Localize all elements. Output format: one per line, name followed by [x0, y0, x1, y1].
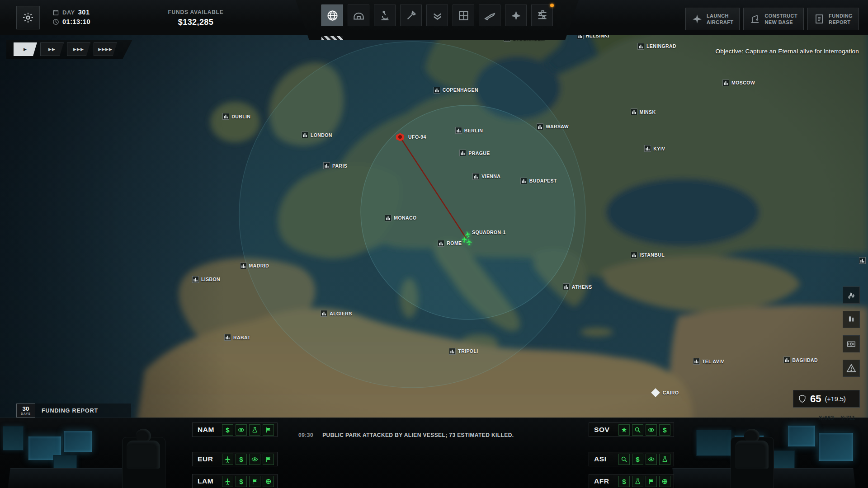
- region-code: ASI: [594, 455, 615, 463]
- city-warsaw: WARSAW: [537, 123, 569, 130]
- speed-2-button[interactable]: ▶▶: [40, 42, 64, 56]
- city-baghdad: BAGHDAD: [783, 357, 818, 363]
- city-label: MINSK: [640, 109, 656, 115]
- launch-aircraft-button[interactable]: LAUNCHAIRCRAFT: [685, 8, 740, 30]
- region-afr-panel[interactable]: AFR$: [589, 474, 674, 488]
- region-code: NAM: [198, 426, 218, 434]
- base-icon: [353, 9, 365, 22]
- objective-text: Objective: Capture an Eternal alive for …: [715, 48, 859, 55]
- region-asi-panel[interactable]: ASI$: [589, 452, 674, 466]
- selected-tab-hazard-stripe: [321, 36, 343, 40]
- city-vienna: VIENNA: [472, 173, 500, 180]
- news-ticker: 09:30 PUBLIC PARK ATTACKED BY ALIEN VESS…: [298, 432, 514, 438]
- finances-button[interactable]: [843, 335, 860, 352]
- cursor-coordinates: X:663 Y:711: [819, 415, 856, 421]
- region-status-icons: $: [222, 424, 274, 436]
- relations-delta: (+19.5): [825, 395, 845, 403]
- operator-silhouette: [727, 429, 777, 488]
- funds-block: FUNDS AVAILABLE $132,285: [144, 9, 248, 27]
- console-screen: [696, 430, 731, 456]
- region-code: EUR: [198, 455, 218, 463]
- funding-report-button[interactable]: FUNDINGREPORT: [807, 8, 859, 30]
- city-icon: [455, 127, 462, 134]
- console-screen: [818, 432, 854, 461]
- city-label: KYIV: [653, 146, 665, 151]
- city-label: BERLIN: [464, 128, 483, 133]
- city-icon: [472, 173, 479, 180]
- funding-report-strip[interactable]: 30 DAYS FUNDING REPORT: [16, 404, 131, 418]
- shield-icon: [798, 394, 807, 403]
- clock-value: 01:13:10: [62, 18, 90, 25]
- operator-silhouette: [118, 429, 168, 488]
- city-cairo: CAIRO: [651, 388, 679, 398]
- nav-personnel-tab[interactable]: [426, 5, 448, 26]
- region-sov-panel[interactable]: SOV$: [589, 422, 674, 437]
- ammo-icon: [846, 314, 856, 324]
- aircraft-icon: [222, 454, 233, 465]
- munitions-button[interactable]: [843, 311, 860, 328]
- city-icon: [631, 108, 637, 115]
- squadron-label: SQUADRON-1: [472, 230, 506, 235]
- speed-3-button[interactable]: ▶▶▶: [67, 42, 90, 56]
- aircraft-icon: [510, 9, 522, 22]
- nav-stores-tab[interactable]: [531, 5, 553, 26]
- research-icon: [379, 9, 391, 22]
- warning-icon: [846, 363, 856, 373]
- city-label: BUDAPEST: [529, 178, 557, 183]
- console-screen: [788, 425, 816, 447]
- search-icon: [618, 454, 630, 465]
- region-status-icons: $: [222, 454, 274, 465]
- city-label: CAIRO: [663, 390, 679, 395]
- intel-icon: [646, 424, 657, 436]
- nav-research-tab[interactable]: [374, 5, 396, 26]
- nav-aircraft-tab[interactable]: [505, 5, 527, 26]
- alien-materials-button[interactable]: [843, 286, 860, 304]
- city-london: LONDON: [302, 131, 332, 138]
- relations-icon: [263, 424, 274, 436]
- city-copenhagen: COPENHAGEN: [434, 87, 478, 94]
- top-bar: DAY 301 01:13:10 FUNDS AVAILABLE $132,28…: [0, 0, 868, 35]
- city-budapest: BUDAPEST: [520, 178, 557, 184]
- science-icon: [659, 454, 670, 465]
- city-label: ROME: [447, 240, 462, 246]
- nav-weapons-tab[interactable]: [479, 5, 500, 26]
- nav-geoscape-tab[interactable]: [321, 5, 343, 26]
- city-unnamed: [859, 257, 868, 264]
- city-dublin: DUBLIN: [222, 113, 250, 120]
- intel-icon: [236, 424, 247, 436]
- star-icon: [618, 424, 630, 436]
- ufo-contact-marker[interactable]: UFO-94: [396, 133, 426, 141]
- region-lam-panel[interactable]: LAM$: [192, 474, 278, 488]
- nav-equipment-tab[interactable]: [453, 5, 474, 26]
- region-eur-panel[interactable]: EUR$: [192, 452, 278, 466]
- city-prague: PRAGUE: [459, 150, 490, 156]
- nav-base-tab[interactable]: [348, 5, 369, 26]
- city-icon: [192, 276, 199, 283]
- science-icon: [249, 424, 260, 436]
- speed-1-button[interactable]: ▶: [14, 42, 37, 56]
- settings-button[interactable]: [16, 6, 40, 29]
- crane-icon: [750, 14, 760, 24]
- city-icon: [321, 310, 327, 317]
- construct-new-base-button[interactable]: CONSTRUCTNEW BASE: [743, 8, 804, 30]
- alerts-button[interactable]: [843, 360, 860, 377]
- city-icon: [438, 240, 444, 247]
- control-room-backdrop: [0, 418, 868, 488]
- city-icon: [722, 80, 729, 86]
- region-status-icons: $: [618, 476, 670, 487]
- date-time-block: DAY 301 01:13:10: [52, 9, 90, 25]
- city-athens: ATHENS: [563, 283, 592, 290]
- document-icon: [814, 14, 825, 24]
- nav-engineering-tab[interactable]: [400, 5, 422, 26]
- notification-dot: [550, 4, 554, 7]
- city-moscow: MOSCOW: [722, 80, 755, 86]
- region-nam-panel[interactable]: NAM$: [192, 422, 278, 437]
- city-icon: [302, 131, 308, 138]
- cash-icon: [846, 339, 856, 349]
- speed-4-button[interactable]: ▶▶▶▶: [94, 42, 117, 56]
- base-diamond-icon: [651, 388, 660, 398]
- jet-icon: [692, 14, 703, 24]
- region-status-icons: $: [618, 424, 670, 436]
- city-icon: [434, 87, 440, 94]
- city-label: BAGHDAD: [793, 357, 818, 363]
